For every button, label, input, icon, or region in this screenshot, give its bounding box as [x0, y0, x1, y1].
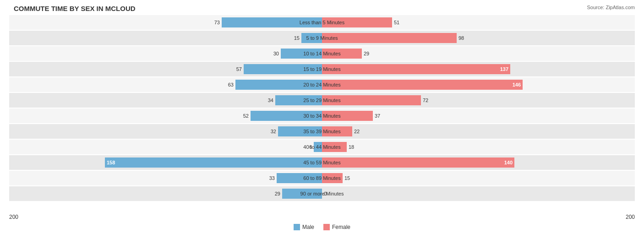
left-section: 63 — [9, 77, 322, 92]
right-section: 37 — [322, 109, 635, 123]
source-label: Source: ZipAtlas.com — [587, 5, 635, 10]
table-row: 63 20 to 24 Minutes 146 — [9, 77, 635, 92]
male-value: 34 — [268, 98, 273, 103]
left-section: 30 — [9, 46, 322, 61]
legend-male-box — [294, 224, 300, 230]
female-value: 37 — [375, 113, 380, 119]
bar-male: 15 — [301, 33, 322, 43]
legend-female-box — [323, 224, 330, 230]
right-section: 22 — [322, 124, 635, 139]
bar-female: 146 — [322, 80, 523, 90]
male-value: 15 — [294, 35, 300, 41]
female-value: 29 — [364, 51, 369, 56]
bar-male: 32 — [278, 126, 322, 136]
bar-female: 22 — [322, 126, 352, 136]
chart-title: COMMUTE TIME BY SEX IN MCLOUD — [9, 5, 635, 12]
bar-male: 29 — [282, 189, 322, 199]
table-row: 158 45 to 59 Minutes 140 — [9, 155, 635, 170]
male-value: 6 — [309, 144, 312, 150]
bar-female: 137 — [322, 64, 510, 74]
table-row: 15 5 to 9 Minutes 98 — [9, 31, 635, 45]
right-section: 51 — [322, 15, 635, 30]
bar-female: 98 — [322, 33, 457, 43]
male-value: 57 — [236, 66, 242, 72]
left-section: 6 — [9, 140, 322, 154]
bar-female: 18 — [322, 142, 347, 152]
table-row: 52 30 to 34 Minutes 37 — [9, 109, 635, 123]
bar-male: 6 — [314, 142, 322, 152]
right-section: 146 — [322, 77, 635, 92]
female-value: 51 — [394, 20, 399, 25]
male-value: 158 — [107, 160, 115, 165]
axis-right: 200 — [626, 214, 635, 220]
bar-male: 73 — [222, 17, 322, 27]
female-value: 146 — [513, 82, 521, 87]
right-section: 140 — [322, 155, 635, 170]
right-section: 98 — [322, 31, 635, 45]
left-section: 57 — [9, 62, 322, 76]
bar-male: 33 — [277, 173, 322, 183]
left-section: 158 — [9, 155, 322, 170]
bar-female: 15 — [322, 173, 343, 183]
legend-female-label: Female — [332, 224, 350, 230]
female-value: 72 — [423, 98, 428, 103]
male-value: 30 — [273, 51, 279, 56]
female-value: 98 — [458, 35, 464, 41]
table-row: 34 25 to 29 Minutes 72 — [9, 93, 635, 108]
left-section: 34 — [9, 93, 322, 108]
male-value: 32 — [271, 129, 276, 134]
table-row: 30 10 to 14 Minutes 29 — [9, 46, 635, 61]
left-section: 52 — [9, 109, 322, 123]
table-row: 57 15 to 19 Minutes 137 — [9, 62, 635, 76]
female-value: 22 — [354, 129, 360, 134]
left-section: 15 — [9, 31, 322, 45]
bar-male: 34 — [275, 95, 322, 105]
female-value: 0 — [324, 191, 327, 196]
left-section: 29 — [9, 186, 322, 201]
right-section: 72 — [322, 93, 635, 108]
bar-female: 51 — [322, 17, 392, 27]
axis-labels: 200 200 — [9, 212, 635, 222]
male-value: 29 — [275, 191, 280, 196]
bar-male: 30 — [281, 49, 322, 59]
legend-female: Female — [323, 224, 350, 230]
female-value: 140 — [504, 160, 513, 165]
bar-male: 63 — [235, 80, 322, 90]
female-value: 15 — [344, 175, 350, 181]
left-section: 33 — [9, 171, 322, 185]
bar-male: 52 — [251, 111, 322, 121]
right-section: 29 — [322, 46, 635, 61]
table-row: 29 90 or more Minutes 0 — [9, 186, 635, 201]
table-row: 33 60 to 89 Minutes 15 — [9, 171, 635, 185]
left-section: 73 — [9, 15, 322, 30]
chart-container: COMMUTE TIME BY SEX IN MCLOUD Source: Zi… — [0, 0, 644, 239]
bar-male: 57 — [244, 64, 322, 74]
female-value: 18 — [349, 144, 354, 150]
legend: Male Female — [9, 224, 635, 230]
male-value: 33 — [269, 175, 275, 181]
bar-male: 158 — [105, 158, 322, 168]
right-section: 0 — [322, 186, 635, 201]
legend-male-label: Male — [302, 224, 314, 230]
left-section: 32 — [9, 124, 322, 139]
male-value: 73 — [214, 20, 220, 25]
table-row: 73 Less than 5 Minutes 51 — [9, 15, 635, 30]
right-section: 137 — [322, 62, 635, 76]
legend-male: Male — [294, 224, 314, 230]
right-section: 18 — [322, 140, 635, 154]
table-row: 6 40 to 44 Minutes 18 — [9, 140, 635, 154]
right-section: 15 — [322, 171, 635, 185]
bars-area: 73 Less than 5 Minutes 51 15 5 to 9 Minu… — [9, 15, 635, 212]
bar-female: 29 — [322, 49, 362, 59]
bar-female: 72 — [322, 95, 421, 105]
axis-left: 200 — [9, 214, 18, 220]
female-value: 137 — [500, 66, 508, 72]
male-value: 63 — [228, 82, 234, 87]
male-value: 52 — [243, 113, 249, 119]
table-row: 32 35 to 39 Minutes 22 — [9, 124, 635, 139]
bar-female: 37 — [322, 111, 373, 121]
bar-female: 140 — [322, 158, 514, 168]
